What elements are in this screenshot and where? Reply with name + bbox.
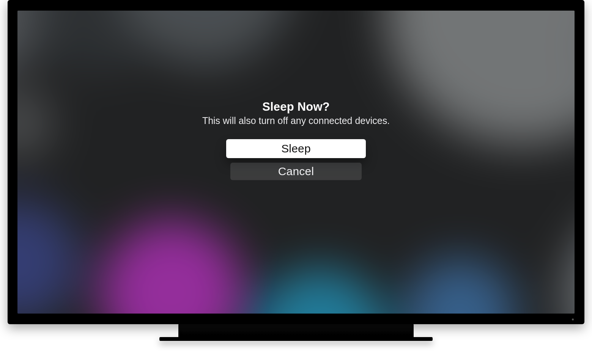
sleep-dialog: Sleep Now? This will also turn off any c… [202, 100, 390, 180]
cancel-button[interactable]: Cancel [230, 163, 362, 180]
sleep-button[interactable]: Sleep [226, 139, 366, 158]
dialog-title: Sleep Now? [262, 100, 330, 114]
tv-frame: Sleep Now? This will also turn off any c… [8, 0, 584, 324]
sleep-button-label: Sleep [281, 142, 311, 155]
dialog-subtitle: This will also turn off any connected de… [202, 115, 390, 126]
dialog-container: Sleep Now? This will also turn off any c… [17, 11, 575, 292]
power-led-icon [572, 318, 574, 320]
tv-stand-base [159, 337, 433, 341]
tv-screen: Sleep Now? This will also turn off any c… [17, 11, 575, 314]
tv-stand-neck [178, 323, 414, 337]
cancel-button-label: Cancel [278, 165, 314, 178]
